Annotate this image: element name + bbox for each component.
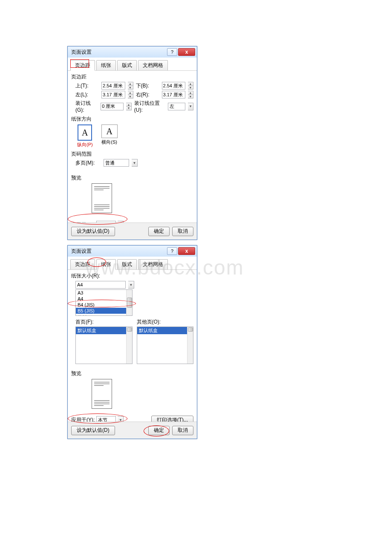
list-item[interactable]: A3 [76, 290, 132, 296]
tab-layout[interactable]: 版式 [117, 259, 137, 269]
papersize-label: 纸张大小(R): [71, 272, 193, 280]
close-button[interactable]: x [178, 247, 195, 255]
bottom-spinner[interactable]: ▲▼ [188, 82, 193, 90]
group-preview: 预览 [71, 174, 193, 213]
dialog-footer: 设为默认值(D) 确定 取消 [68, 422, 197, 439]
multipage-dropdown[interactable]: ▼ [132, 159, 138, 167]
dialog-content: 页边距 上(T): 2.54 厘米 ▲▼ 下(B): 2.54 厘米 ▲▼ 左(… [68, 71, 197, 225]
gutter-pos-dropdown[interactable]: ▼ [188, 103, 193, 110]
tab-strip: 页边距 纸张 版式 文档网格 [68, 58, 197, 71]
right-spinner[interactable]: ▲▼ [188, 91, 193, 98]
left-input[interactable]: 3.17 厘米 [101, 91, 125, 98]
orientation-portrait[interactable]: A 纵向(P) [77, 124, 93, 148]
margins-group-label: 页边距 [71, 73, 193, 81]
landscape-label: 横向(S) [101, 139, 117, 145]
gutter-pos-label: 装订线位置(U): [134, 100, 165, 113]
gutter-input[interactable]: 0 厘米 [101, 103, 124, 110]
portrait-icon: A [78, 124, 92, 141]
tab-grid[interactable]: 文档网格 [138, 60, 168, 70]
tab-paper[interactable]: 纸张 [96, 259, 116, 270]
gutter-label: 装订线(G): [75, 100, 98, 113]
titlebar[interactable]: 页面设置 ? x [68, 246, 197, 257]
multipage-label: 多页(M): [75, 159, 101, 167]
left-label: 左(L): [75, 91, 99, 98]
cancel-button[interactable]: 取消 [172, 227, 193, 236]
page-setup-dialog-paper: 页面设置 ? x 页边距 纸张 版式 文档网格 纸张大小(R): A4 ▼ A3… [67, 245, 197, 439]
dialog-title: 页面设置 [71, 248, 167, 255]
group-papersource: 首页(F): 默认纸盒 其他页(O): 默认纸盒 [71, 318, 193, 364]
cancel-button[interactable]: 取消 [172, 426, 193, 435]
bottom-label: 下(B): [136, 82, 159, 90]
orientation-group-label: 纸张方向 [71, 116, 193, 123]
scrollbar[interactable] [126, 327, 132, 364]
papersize-dropdown[interactable]: ▼ [128, 281, 134, 289]
close-button[interactable]: x [178, 48, 195, 56]
dialog-footer: 设为默认值(D) 确定 取消 [68, 223, 197, 240]
bottom-input[interactable]: 2.54 厘米 [162, 82, 186, 90]
help-button[interactable]: ? [167, 48, 177, 56]
portrait-label: 纵向(P) [77, 142, 93, 148]
orientation-landscape[interactable]: A 横向(S) [101, 124, 118, 148]
landscape-icon: A [101, 124, 118, 138]
page-setup-dialog-margins: 页面设置 ? x 页边距 纸张 版式 文档网格 页边距 上(T): 2.54 厘… [67, 46, 197, 240]
right-label: 右(R): [136, 91, 159, 98]
preview-thumbnail [92, 183, 112, 213]
list-item[interactable]: B4 (JIS) [76, 302, 132, 308]
multipage-combo[interactable]: 普通 [104, 159, 129, 167]
tab-margins[interactable]: 页边距 [70, 259, 95, 269]
top-spinner[interactable]: ▲▼ [128, 82, 133, 90]
dialog-content: 纸张大小(R): A4 ▼ A3 A4 B4 (JIS) B5 (JIS) 信封… [68, 270, 197, 424]
papersize-combo[interactable]: A4 [75, 281, 126, 289]
set-default-button[interactable]: 设为默认值(D) [71, 426, 115, 435]
group-pagerange: 页码范围 多页(M): 普通 ▼ [71, 150, 193, 167]
preview-label: 预览 [71, 174, 193, 182]
papersize-list[interactable]: A3 A4 B4 (JIS) B5 (JIS) 信封 #10 [75, 289, 133, 316]
otherpage-label: 其他页(O): [137, 318, 194, 326]
group-preview: 预览 [71, 370, 193, 409]
gutter-pos-combo[interactable]: 左 [168, 103, 186, 110]
list-item-selected[interactable]: B5 (JIS) [76, 308, 132, 314]
otherpage-list[interactable]: 默认纸盒 [137, 327, 194, 364]
top-label: 上(T): [75, 82, 99, 90]
tab-layout[interactable]: 版式 [117, 60, 137, 70]
group-orientation: 纸张方向 A 纵向(P) A 横向(S) [71, 116, 193, 148]
gutter-spinner[interactable]: ▲▼ [126, 103, 132, 110]
list-item-selected[interactable]: 默认纸盒 [76, 327, 132, 334]
tab-grid[interactable]: 文档网格 [138, 259, 168, 269]
tab-strip: 页边距 纸张 版式 文档网格 [68, 257, 197, 270]
list-item-selected[interactable]: 默认纸盒 [137, 327, 193, 334]
set-default-button[interactable]: 设为默认值(D) [71, 227, 115, 236]
preview-label: 预览 [71, 370, 193, 377]
preview-thumbnail [92, 379, 112, 409]
pagerange-group-label: 页码范围 [71, 150, 193, 158]
top-input[interactable]: 2.54 厘米 [101, 82, 125, 90]
ok-button[interactable]: 确定 [148, 227, 170, 236]
tab-margins[interactable]: 页边距 [70, 60, 95, 71]
left-spinner[interactable]: ▲▼ [128, 91, 133, 98]
group-papersize: 纸张大小(R): A4 ▼ A3 A4 B4 (JIS) B5 (JIS) 信封… [71, 272, 193, 316]
scrollbar[interactable] [126, 290, 132, 315]
tab-paper[interactable]: 纸张 [96, 60, 116, 70]
firstpage-list[interactable]: 默认纸盒 [75, 327, 133, 364]
group-margins: 页边距 上(T): 2.54 厘米 ▲▼ 下(B): 2.54 厘米 ▲▼ 左(… [71, 73, 193, 113]
scrollbar[interactable] [187, 327, 193, 364]
list-item[interactable]: 信封 #10 [76, 314, 132, 316]
help-button[interactable]: ? [167, 247, 177, 255]
dialog-title: 页面设置 [71, 49, 167, 56]
ok-button[interactable]: 确定 [148, 426, 170, 435]
right-input[interactable]: 3.17 厘米 [162, 91, 186, 98]
firstpage-label: 首页(F): [75, 318, 133, 326]
titlebar[interactable]: 页面设置 ? x [68, 46, 197, 58]
list-item[interactable]: A4 [76, 296, 132, 302]
